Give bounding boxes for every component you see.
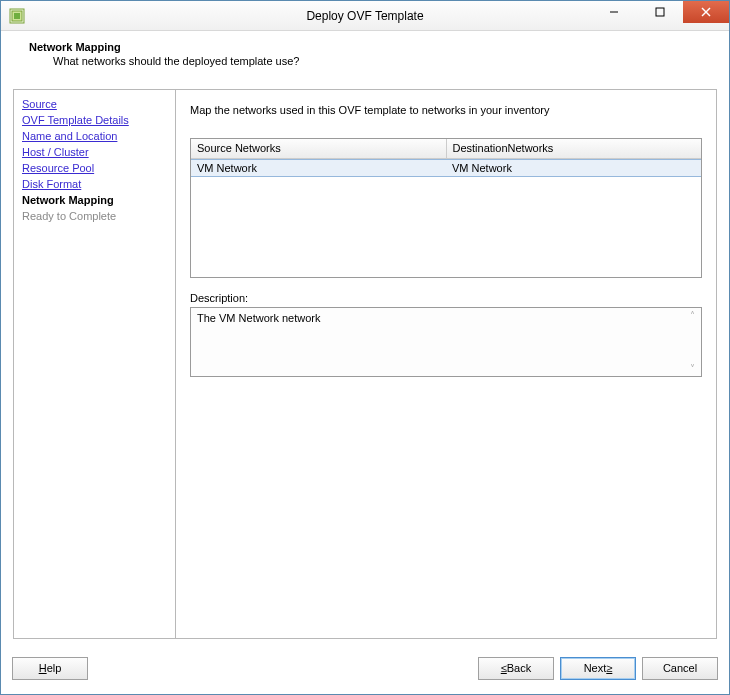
svg-rect-2: [14, 13, 20, 19]
footer-buttons: Help ≤ Back Next ≥ Cancel: [12, 653, 718, 683]
wizard-header: Network Mapping What networks should the…: [1, 31, 729, 79]
titlebar: Deploy OVF Template: [1, 1, 729, 31]
scroll-up-icon[interactable]: ˄: [690, 310, 695, 321]
step-disk-format[interactable]: Disk Format: [22, 176, 167, 192]
col-destination-networks[interactable]: DestinationNetworks: [447, 139, 702, 158]
network-table[interactable]: Source Networks DestinationNetworks VM N…: [190, 138, 702, 278]
step-source[interactable]: Source: [22, 96, 167, 112]
table-row[interactable]: VM Network VM Network: [191, 159, 701, 177]
back-button[interactable]: ≤ Back: [478, 657, 554, 680]
table-header: Source Networks DestinationNetworks: [191, 139, 701, 159]
svg-rect-4: [656, 8, 664, 16]
step-host-cluster[interactable]: Host / Cluster: [22, 144, 167, 160]
app-icon: [9, 8, 25, 24]
cancel-button[interactable]: Cancel: [642, 657, 718, 680]
main-panel: Map the networks used in this OVF templa…: [176, 90, 716, 638]
instruction-text: Map the networks used in this OVF templa…: [190, 104, 702, 116]
step-ovf-details[interactable]: OVF Template Details: [22, 112, 167, 128]
description-label: Description:: [190, 292, 702, 304]
scroll-down-icon[interactable]: ˅: [690, 363, 695, 374]
next-button[interactable]: Next ≥: [560, 657, 636, 680]
window-controls: [591, 1, 729, 23]
description-box: The VM Network network ˄ ˅: [190, 307, 702, 377]
page-subtitle: What networks should the deployed templa…: [53, 55, 711, 67]
minimize-button[interactable]: [591, 1, 637, 23]
page-title: Network Mapping: [29, 41, 711, 53]
maximize-button[interactable]: [637, 1, 683, 23]
description-text: The VM Network network: [197, 312, 320, 324]
next-arrow-icon: ≥: [606, 662, 612, 674]
step-resource-pool[interactable]: Resource Pool: [22, 160, 167, 176]
cell-destination[interactable]: VM Network: [446, 160, 701, 176]
col-source-networks[interactable]: Source Networks: [191, 139, 447, 158]
step-ready-complete: Ready to Complete: [22, 208, 167, 224]
step-name-location[interactable]: Name and Location: [22, 128, 167, 144]
content-area: Source OVF Template Details Name and Loc…: [13, 89, 717, 639]
help-button[interactable]: Help: [12, 657, 88, 680]
step-network-mapping: Network Mapping: [22, 192, 167, 208]
wizard-steps: Source OVF Template Details Name and Loc…: [14, 90, 176, 638]
description-scrollbar[interactable]: ˄ ˅: [685, 310, 699, 374]
cell-source: VM Network: [191, 160, 446, 176]
close-button[interactable]: [683, 1, 729, 23]
